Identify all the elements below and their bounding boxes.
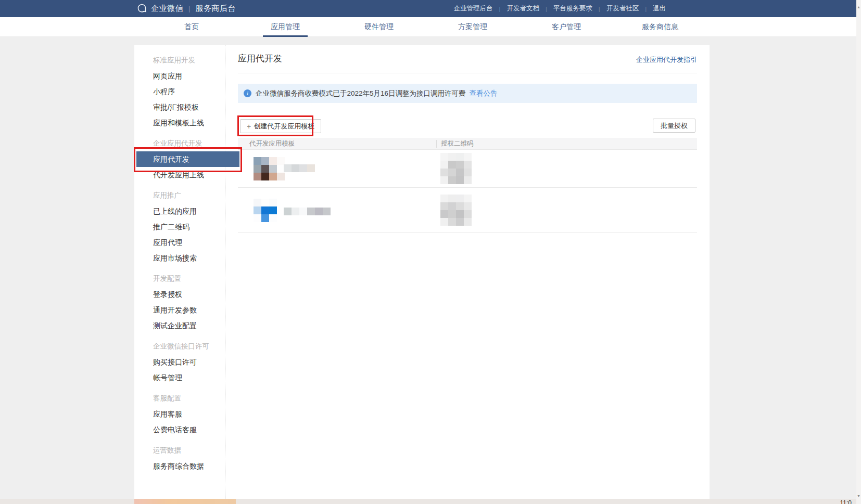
tab-solution-management[interactable]: 方案管理 — [426, 17, 520, 37]
sidebar-item-web-app[interactable]: 网页应用 — [134, 68, 225, 84]
tab-hardware-management[interactable]: 硬件管理 — [332, 17, 426, 37]
sidebar-item-proxy-dev-app-release[interactable]: 代开发应用上线 — [134, 167, 225, 183]
table-header: 代开发应用模板 授权二维码 — [238, 138, 697, 150]
table-row[interactable] — [238, 188, 697, 233]
notice-text: 企业微信服务商收费模式已于2022年5月16日调整为接口调用许可费 — [256, 89, 466, 98]
taskbar-sliver: 11:0 — [0, 499, 861, 504]
wecom-logo-icon — [136, 3, 147, 14]
template-table: 代开发应用模板 授权二维码 — [238, 138, 697, 233]
censored-qrcode — [440, 153, 472, 184]
column-header-qrcode: 授权二维码 — [436, 140, 697, 148]
link-developer-docs[interactable]: 开发者文档 — [507, 4, 539, 13]
notice-banner: i 企业微信服务商收费模式已于2022年5月16日调整为接口调用许可费 查看公告 — [238, 84, 697, 103]
tab-customer-management[interactable]: 客户管理 — [520, 17, 613, 37]
tab-home[interactable]: 首页 — [145, 17, 238, 37]
title-divider — [238, 73, 697, 73]
sidebar-item-login-auth[interactable]: 登录授权 — [134, 287, 225, 302]
info-icon: i — [244, 89, 251, 97]
brand-divider: | — [188, 5, 190, 12]
notice-announcement-link[interactable]: 查看公告 — [470, 89, 498, 98]
sidebar-item-approval-report-template[interactable]: 审批/汇报模板 — [134, 99, 225, 115]
sidebar-item-provider-comprehensive-data[interactable]: 服务商综合数据 — [134, 458, 225, 474]
scrollbar-down-icon[interactable]: ▼ — [856, 494, 861, 498]
page-title: 应用代开发 — [238, 53, 282, 64]
sidebar-item-account-management[interactable]: 帐号管理 — [134, 370, 225, 385]
batch-authorize-button[interactable]: 批量授权 — [653, 119, 695, 133]
guide-link[interactable]: 企业应用代开发指引 — [636, 55, 697, 64]
separator: | — [645, 6, 647, 12]
censored-app-icon — [254, 157, 285, 180]
scrollbar-up-icon[interactable]: ▲ — [856, 5, 861, 9]
link-logout[interactable]: 退出 — [653, 4, 666, 13]
content-card: 标准应用开发 网页应用 小程序 审批/汇报模板 应用和模板上线 企业应用代开发 … — [134, 45, 710, 499]
link-platform-requirements[interactable]: 平台服务要求 — [553, 4, 592, 13]
taskbar-clock: 11:0 — [840, 499, 852, 504]
main-panel: 应用代开发 企业应用代开发指引 i 企业微信服务商收费模式已于2022年5月16… — [225, 45, 710, 499]
sidebar-item-app-proxy-dev[interactable]: 应用代开发 — [136, 151, 239, 167]
portal-name: 服务商后台 — [195, 4, 236, 14]
brand[interactable]: 企业微信 | 服务商后台 — [136, 0, 236, 17]
sidebar-item-buy-api-license[interactable]: 购买接口许可 — [134, 354, 225, 370]
sidebar-header-dev-config: 开发配置 — [134, 271, 225, 287]
scrollbar[interactable]: ▲ ▼ — [856, 0, 861, 504]
sidebar-item-common-dev-params[interactable]: 通用开发参数 — [134, 302, 225, 318]
table-row[interactable] — [238, 150, 697, 188]
sidebar-header-app-promotion: 应用推广 — [134, 188, 225, 203]
sidebar-header-operation-data: 运营数据 — [134, 443, 225, 458]
sidebar-header-customer-service-config: 客服配置 — [134, 391, 225, 406]
censored-app-icon — [254, 199, 277, 222]
sidebar-item-app-customer-service[interactable]: 应用客服 — [134, 406, 225, 422]
column-header-template: 代开发应用模板 — [238, 139, 436, 148]
brand-name: 企业微信 — [151, 4, 183, 14]
sidebar-header-standard-app-dev: 标准应用开发 — [134, 53, 225, 68]
tab-app-management[interactable]: 应用管理 — [238, 17, 332, 37]
censored-app-name — [284, 164, 315, 172]
separator: | — [599, 6, 600, 12]
topbar-links: 企业管理后台 | 开发者文档 | 平台服务要求 | 开发者社区 | 退出 — [454, 0, 666, 17]
sidebar-item-app-agent[interactable]: 应用代理 — [134, 235, 225, 250]
link-developer-community[interactable]: 开发者社区 — [606, 4, 639, 13]
nav-tabs: 首页 应用管理 硬件管理 方案管理 客户管理 服务商信息 — [145, 17, 707, 37]
tab-provider-info[interactable]: 服务商信息 — [613, 17, 707, 37]
topbar: 企业微信 | 服务商后台 企业管理后台 | 开发者文档 | 平台服务要求 | 开… — [0, 0, 856, 17]
sidebar-item-test-enterprise-config[interactable]: 测试企业配置 — [134, 318, 225, 333]
create-template-button[interactable]: + 创建代开发应用模板 — [240, 119, 321, 133]
sidebar-item-promotion-qrcode[interactable]: 推广二维码 — [134, 219, 225, 235]
sidebar-header-wecom-api-license: 企业微信接口许可 — [134, 339, 225, 354]
taskbar-highlight — [134, 499, 236, 504]
sidebar-header-enterprise-app-proxy-dev: 企业应用代开发 — [134, 136, 225, 151]
sidebar: 标准应用开发 网页应用 小程序 审批/汇报模板 应用和模板上线 企业应用代开发 … — [134, 45, 225, 499]
create-template-label: 创建代开发应用模板 — [254, 122, 314, 131]
sidebar-item-toll-free-phone-service[interactable]: 公费电话客服 — [134, 422, 225, 437]
sidebar-item-mini-program[interactable]: 小程序 — [134, 84, 225, 99]
censored-app-name — [284, 208, 331, 215]
separator: | — [546, 6, 547, 12]
censored-qrcode — [440, 195, 472, 226]
plus-icon: + — [247, 122, 251, 131]
sidebar-item-app-market-search[interactable]: 应用市场搜索 — [134, 250, 225, 266]
link-enterprise-admin[interactable]: 企业管理后台 — [454, 4, 493, 13]
main-nav: 首页 应用管理 硬件管理 方案管理 客户管理 服务商信息 — [0, 17, 856, 37]
sidebar-item-released-apps[interactable]: 已上线的应用 — [134, 203, 225, 219]
separator: | — [499, 6, 501, 12]
sidebar-item-app-template-release[interactable]: 应用和模板上线 — [134, 115, 225, 131]
